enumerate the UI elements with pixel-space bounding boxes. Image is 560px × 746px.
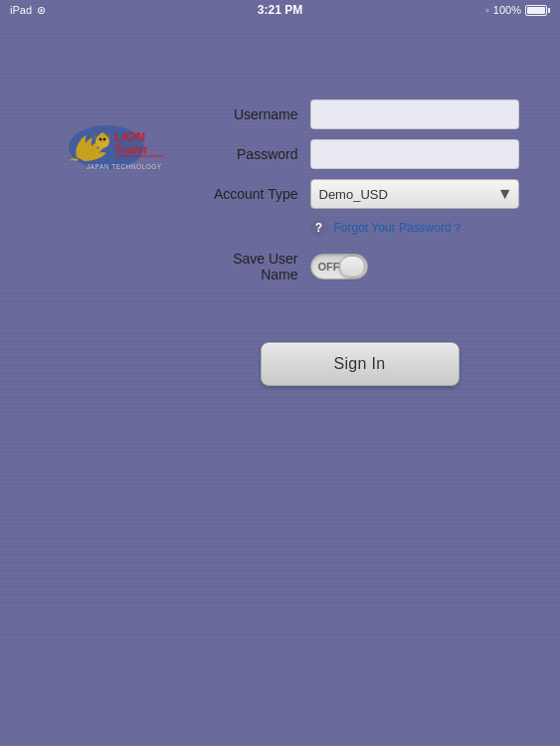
status-time: 3:21 PM bbox=[258, 3, 302, 17]
form-section: Username Password Account Type Demo_USD … bbox=[201, 99, 519, 386]
svg-text:JAPAN TECHNOLOGY: JAPAN TECHNOLOGY bbox=[87, 163, 162, 170]
battery-icon bbox=[525, 5, 550, 16]
username-label: Username bbox=[201, 106, 310, 122]
password-row: Password bbox=[201, 139, 519, 169]
logo-section: LION Trader JAPAN TECHNOLOGY bbox=[42, 99, 201, 174]
save-username-label: Save User Name bbox=[201, 251, 310, 282]
toggle-knob bbox=[339, 256, 365, 278]
signin-container: Sign In bbox=[201, 342, 519, 386]
battery-percent: 100% bbox=[493, 4, 521, 16]
main-content: LION Trader JAPAN TECHNOLOGY Username Pa… bbox=[0, 20, 560, 746]
toggle-container: OFF bbox=[310, 254, 368, 280]
logo-container: LION Trader JAPAN TECHNOLOGY bbox=[57, 119, 186, 174]
username-input[interactable] bbox=[310, 99, 519, 129]
status-bar: iPad ⊛ 3:21 PM ◦ 100% bbox=[0, 0, 560, 20]
status-right: ◦ 100% bbox=[485, 4, 550, 16]
password-input[interactable] bbox=[310, 139, 519, 169]
signin-button[interactable]: Sign In bbox=[261, 342, 460, 386]
forgot-password-link[interactable]: Forgot Your Password？ bbox=[334, 220, 464, 237]
login-panel: LION Trader JAPAN TECHNOLOGY Username Pa… bbox=[42, 99, 519, 386]
globe-icon: ◦ bbox=[485, 4, 489, 16]
svg-point-2 bbox=[98, 138, 101, 141]
lion-trader-logo: LION Trader JAPAN TECHNOLOGY bbox=[57, 119, 186, 174]
account-type-row: Account Type Demo_USD Live_USD Demo_JPY … bbox=[201, 179, 519, 209]
carrier-label: iPad bbox=[10, 4, 32, 16]
svg-rect-7 bbox=[114, 155, 164, 157]
svg-point-3 bbox=[102, 138, 105, 141]
help-icon[interactable]: ? bbox=[310, 219, 328, 237]
username-row: Username bbox=[201, 99, 519, 129]
save-username-toggle[interactable]: OFF bbox=[310, 254, 368, 280]
forgot-password-row: ? Forgot Your Password？ bbox=[201, 219, 519, 237]
password-label: Password bbox=[201, 146, 310, 162]
status-left: iPad ⊛ bbox=[10, 4, 46, 17]
account-type-select[interactable]: Demo_USD Live_USD Demo_JPY Live_JPY bbox=[310, 179, 519, 209]
save-username-row: Save User Name OFF bbox=[201, 251, 519, 282]
svg-text:Trader: Trader bbox=[114, 143, 148, 155]
account-type-label: Account Type bbox=[201, 186, 310, 202]
account-type-wrapper: Demo_USD Live_USD Demo_JPY Live_JPY ▼ bbox=[310, 179, 519, 209]
toggle-off-label: OFF bbox=[318, 261, 340, 273]
svg-text:LION: LION bbox=[114, 129, 145, 144]
wifi-icon: ⊛ bbox=[37, 4, 46, 17]
